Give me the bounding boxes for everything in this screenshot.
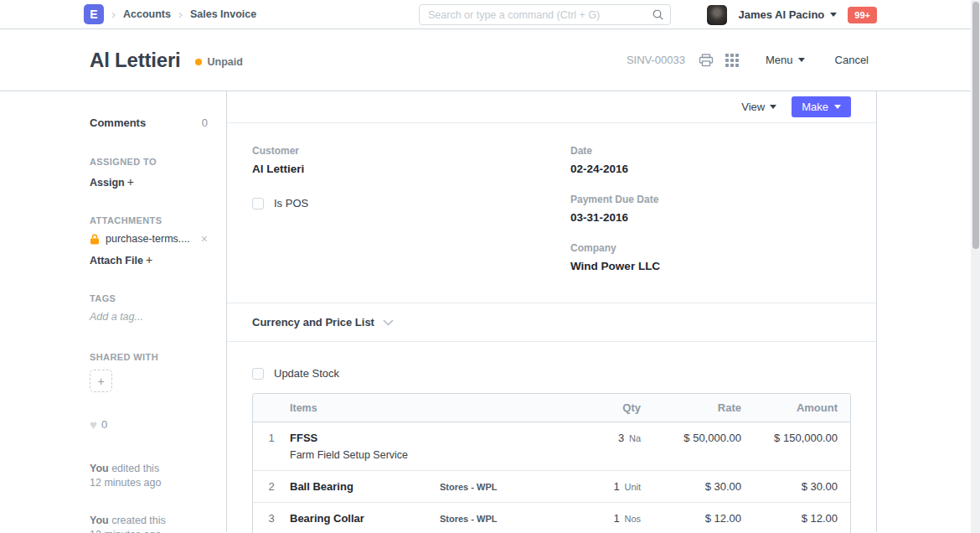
item-amount: $ 150,000.00 [741,432,850,461]
item-amount: $ 30.00 [741,480,850,493]
item-uom: Unit [624,482,641,492]
col-header-items: Items [290,402,440,414]
form-column: View Make Customer Al Lettieri Is POS [226,91,877,532]
activity-edited: You edited this 12 minutes ago [90,462,208,490]
make-button[interactable]: Make [792,96,851,117]
lock-icon [90,234,100,245]
attach-file-button[interactable]: Attach File+ [90,253,208,266]
stock-section: Update Stock Items Qty Rate Amount 1 FFS… [227,342,876,533]
customer-label: Customer [252,145,533,157]
row-index: 1 [253,432,290,461]
main-area: Comments 0 ASSIGNED TO Assign+ ATTACHMEN… [0,91,980,532]
assign-button[interactable]: Assign+ [90,175,208,189]
update-stock-row[interactable]: Update Stock [252,367,851,380]
comments-count: 0 [202,116,208,129]
payment-due-date-label: Payment Due Date [570,194,851,205]
item-warehouse [440,432,565,461]
row-index: 2 [253,480,290,493]
update-stock-label: Update Stock [274,367,339,380]
item-amount: $ 12.00 [741,512,850,525]
caret-down-icon [798,58,805,62]
attachments-heading: ATTACHMENTS [90,215,208,225]
item-description: Farm Field Setup Service [290,449,431,461]
scrollbar-thumb[interactable] [972,2,979,249]
form-toolbar: View Make [227,91,876,123]
table-row[interactable]: 3 Bearing Collar Stores - WPL 1 Nos $ 12… [253,502,850,533]
activity-created: You created this 12 minutes ago [90,514,208,533]
user-name: James Al Pacino [738,8,824,21]
plus-icon: + [146,253,152,266]
top-navbar: E › Accounts › Sales Invoice James Al Pa… [0,0,980,29]
remove-attachment-icon[interactable]: × [201,233,208,245]
activity-who: You [90,463,109,474]
activity-when: 12 minutes ago [90,528,208,533]
payment-due-date-value[interactable]: 03-31-2016 [570,211,851,224]
items-table-header: Items Qty Rate Amount [253,394,850,422]
app-logo[interactable]: E [84,4,104,24]
menu-button[interactable]: Menu [766,54,805,66]
item-warehouse: Stores - WPL [440,512,565,525]
item-rate: $ 50,000.00 [641,432,741,461]
items-table: Items Qty Rate Amount 1 FFSS Farm Field … [252,393,851,533]
apps-grid-icon[interactable] [725,54,739,67]
breadcrumb-chevron-icon: › [178,8,183,22]
breadcrumb-accounts[interactable]: Accounts [123,8,171,20]
update-stock-checkbox[interactable] [252,368,264,380]
doc-id: SINV-00033 [627,54,685,66]
app-logo-letter: E [90,8,97,21]
page-head: Al Lettieri Unpaid SINV-00033 Menu Cance… [0,29,980,91]
item-code: FFSS [290,432,431,444]
chevron-down-icon [383,319,394,326]
plus-icon: + [127,175,134,189]
is-pos-row[interactable]: Is POS [252,197,533,210]
search-input[interactable] [419,4,671,25]
item-rate: $ 30.00 [641,480,741,493]
activity-action: created this [109,515,166,526]
breadcrumb-chevron-icon: › [111,8,116,22]
table-row[interactable]: 1 FFSS Farm Field Setup Service 3 Na $ 5… [253,422,850,470]
item-code: Ball Bearing [290,480,431,493]
table-row[interactable]: 2 Ball Bearing Stores - WPL 1 Unit $ 30.… [253,470,850,502]
page-title: Al Lettieri [90,49,180,72]
item-qty: 1 [614,480,620,493]
attachment-link[interactable]: purchase-terms.... [106,233,190,245]
company-value[interactable]: Wind Power LLC [570,260,851,272]
currency-price-list-section[interactable]: Currency and Price List [227,303,876,342]
navbar-right: James Al Pacino 99+ [707,0,877,29]
view-button[interactable]: View [741,101,776,113]
item-qty: 3 [618,432,624,444]
caret-down-icon [770,105,776,109]
is-pos-label: Is POS [274,197,308,210]
is-pos-checkbox[interactable] [252,198,264,210]
print-icon[interactable] [699,54,714,67]
col-header-rate: Rate [641,401,741,414]
assigned-to-heading: ASSIGNED TO [90,157,208,167]
heart-icon[interactable]: ♥ [90,417,97,432]
company-label: Company [570,242,851,254]
customer-value[interactable]: Al Lettieri [252,163,533,175]
attachment-item: purchase-terms.... × [90,233,208,245]
status-dot [195,59,202,65]
activity-when: 12 minutes ago [90,476,208,490]
activity-action: edited this [109,463,159,474]
user-menu[interactable]: James Al Pacino [738,8,837,21]
item-code: Bearing Collar [290,512,431,525]
cancel-button[interactable]: Cancel [835,54,869,66]
comments-link[interactable]: Comments [90,116,146,129]
notifications-badge[interactable]: 99+ [848,7,877,23]
item-warehouse: Stores - WPL [440,480,565,493]
breadcrumb-sales-invoice[interactable]: Sales Invoice [190,8,256,20]
item-qty: 1 [614,512,620,525]
currency-section-label: Currency and Price List [252,316,374,329]
share-add-button[interactable]: + [90,370,112,392]
add-tag-input[interactable]: Add a tag... [90,311,208,323]
global-search [419,4,671,25]
date-value[interactable]: 02-24-2016 [570,163,851,175]
item-rate: $ 12.00 [641,512,741,525]
date-label: Date [570,145,851,157]
plus-icon: + [97,375,104,388]
scrollbar-track[interactable] [971,0,980,533]
avatar[interactable] [707,5,727,25]
status-indicator: Unpaid [195,56,242,68]
fields-section: Customer Al Lettieri Is POS Date 02-24-2… [227,123,876,303]
